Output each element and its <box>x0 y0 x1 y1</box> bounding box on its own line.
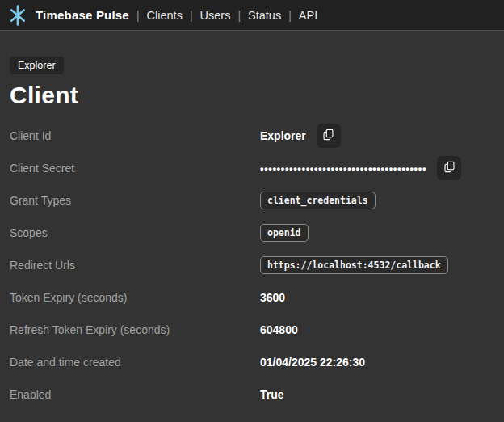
detail-row-grant-types: Grant Types client_credentials <box>10 184 494 217</box>
nav-item-users[interactable]: Users <box>200 9 231 22</box>
detail-row-redirect-urls: Redirect Urls https://localhost:4532/cal… <box>10 249 494 281</box>
row-label: Scopes <box>10 226 260 239</box>
date-created-value: 01/04/2025 22:26:30 <box>260 356 365 369</box>
detail-row-token-expiry: Token Expiry (seconds) 3600 <box>10 281 494 314</box>
row-label: Enabled <box>10 388 260 401</box>
copy-icon <box>321 128 335 144</box>
copy-client-id-button[interactable] <box>317 124 341 148</box>
sparkle-star-icon <box>7 5 28 26</box>
main-content: Explorer Client Client Id Explorer Cl <box>0 31 504 411</box>
client-id-value: Explorer <box>260 129 306 142</box>
row-label: Redirect Urls <box>10 259 260 272</box>
redirect-urls-value: https://localhost:4532/callback <box>260 256 448 274</box>
detail-row-client-id: Client Id Explorer <box>10 120 494 152</box>
row-label: Client Secret <box>10 162 260 175</box>
detail-row-date-created: Date and time created 01/04/2025 22:26:3… <box>10 346 494 378</box>
token-expiry-value: 3600 <box>260 291 285 304</box>
nav-separator: | <box>237 9 241 22</box>
row-label: Refresh Token Expiry (seconds) <box>10 323 260 336</box>
grant-types-value: client_credentials <box>260 192 376 209</box>
scopes-value: openid <box>260 224 309 242</box>
copy-icon <box>443 160 456 176</box>
nav-item-status[interactable]: Status <box>248 9 281 22</box>
detail-row-client-secret: Client Secret ••••••••••••••••••••••••••… <box>10 152 494 184</box>
detail-row-scopes: Scopes openid <box>10 217 494 249</box>
nav-item-clients[interactable]: Clients <box>147 9 183 22</box>
nav-separator: | <box>288 9 292 22</box>
row-label: Client Id <box>10 129 260 142</box>
detail-row-enabled: Enabled True <box>10 378 494 411</box>
row-label: Grant Types <box>10 194 260 207</box>
nav-item-api[interactable]: API <box>299 9 317 22</box>
client-secret-masked-value: •••••••••••••••••••••••••••••••••••••••• <box>260 162 426 175</box>
client-details-list: Client Id Explorer Client Secret •••••••… <box>10 120 494 411</box>
enabled-value: True <box>260 388 284 401</box>
detail-row-refresh-token-expiry: Refresh Token Expiry (seconds) 604800 <box>10 314 494 346</box>
page-title: Client <box>10 82 494 109</box>
row-label: Token Expiry (seconds) <box>10 291 260 304</box>
nav-separator: | <box>190 9 193 22</box>
copy-client-secret-button[interactable] <box>437 156 461 180</box>
refresh-token-expiry-value: 604800 <box>260 323 298 336</box>
row-label: Date and time created <box>10 356 260 369</box>
top-nav: Timebase Pulse | Clients | Users | Statu… <box>0 0 504 31</box>
brand-title: Timebase Pulse <box>36 8 129 22</box>
nav-separator: | <box>136 9 140 22</box>
client-name-badge: Explorer <box>10 57 64 74</box>
